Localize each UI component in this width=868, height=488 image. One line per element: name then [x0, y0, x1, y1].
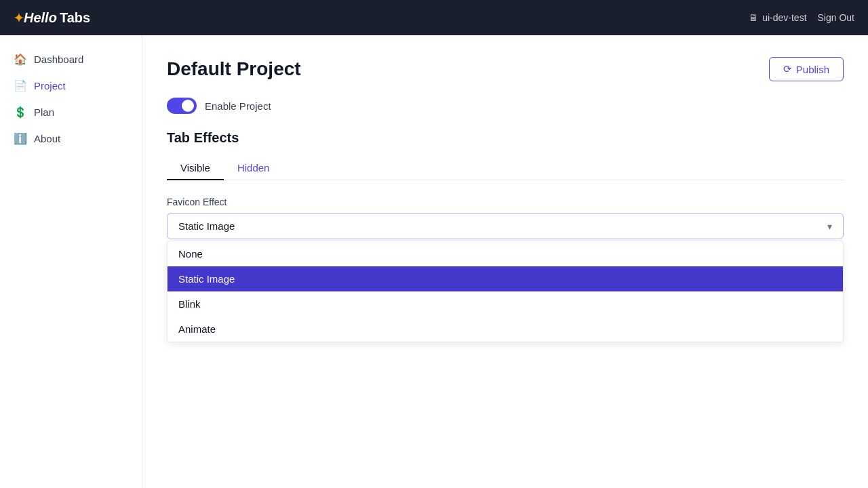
section-title: Tab Effects: [167, 130, 844, 146]
app-header: ✦Hello Tabs 🖥 ui-dev-test Sign Out: [0, 0, 868, 35]
sidebar-label-dashboard: Dashboard: [34, 54, 83, 65]
option-none[interactable]: None: [167, 241, 843, 266]
main-content: Default Project ⟳ Publish Enable Project…: [142, 35, 868, 488]
chevron-down-icon: ▾: [827, 221, 832, 232]
sidebar-item-dashboard[interactable]: 🏠 Dashboard: [0, 46, 142, 73]
logo-star-icon: ✦: [14, 12, 24, 25]
page-header: Default Project ⟳ Publish: [167, 57, 844, 81]
sidebar: 🏠 Dashboard 📄 Project 💲 Plan ℹ️ About: [0, 35, 142, 488]
toggle-track[interactable]: [167, 98, 197, 114]
tab-hidden[interactable]: Hidden: [224, 157, 283, 180]
project-icon: 📄: [14, 79, 27, 92]
sidebar-item-project[interactable]: 📄 Project: [0, 73, 142, 99]
app-logo: ✦Hello Tabs: [14, 10, 90, 26]
favicon-effect-selected: Static Image: [178, 220, 235, 232]
sidebar-item-about[interactable]: ℹ️ About: [0, 125, 142, 152]
header-right: 🖥 ui-dev-test Sign Out: [749, 12, 854, 23]
page-title: Default Project: [167, 58, 301, 80]
home-icon: 🏠: [14, 53, 27, 66]
monitor-icon: 🖥: [749, 12, 758, 23]
tab-visible[interactable]: Visible: [167, 157, 224, 180]
plan-icon: 💲: [14, 106, 27, 119]
favicon-effect-select-wrapper: Static Image ▾ None Static Image Blink A…: [167, 213, 844, 239]
main-layout: 🏠 Dashboard 📄 Project 💲 Plan ℹ️ About De…: [0, 35, 868, 488]
enable-project-toggle[interactable]: [167, 98, 197, 114]
tabs-row: Visible Hidden: [167, 157, 844, 180]
header-user: 🖥 ui-dev-test: [749, 12, 806, 23]
logo-hello: ✦Hello: [14, 10, 57, 26]
logo-tabs: Tabs: [60, 10, 90, 26]
option-static-image[interactable]: Static Image: [167, 266, 843, 291]
enable-project-row: Enable Project: [167, 98, 844, 114]
sidebar-label-plan: Plan: [34, 106, 54, 118]
publish-label: Publish: [796, 64, 829, 75]
publish-icon: ⟳: [783, 63, 792, 75]
enable-project-label: Enable Project: [205, 100, 271, 112]
option-animate[interactable]: Animate: [167, 317, 843, 342]
sidebar-label-project: Project: [34, 80, 66, 92]
favicon-effect-dropdown: None Static Image Blink Animate: [167, 241, 844, 342]
signout-button[interactable]: Sign Out: [818, 12, 854, 23]
option-blink[interactable]: Blink: [167, 291, 843, 317]
sidebar-label-about: About: [34, 133, 60, 144]
username: ui-dev-test: [762, 12, 806, 23]
toggle-thumb: [182, 100, 194, 112]
sidebar-item-plan[interactable]: 💲 Plan: [0, 99, 142, 125]
about-icon: ℹ️: [14, 132, 27, 145]
publish-button[interactable]: ⟳ Publish: [769, 57, 844, 81]
favicon-effect-select[interactable]: Static Image ▾: [167, 213, 844, 239]
favicon-effect-label: Favicon Effect: [167, 197, 844, 207]
